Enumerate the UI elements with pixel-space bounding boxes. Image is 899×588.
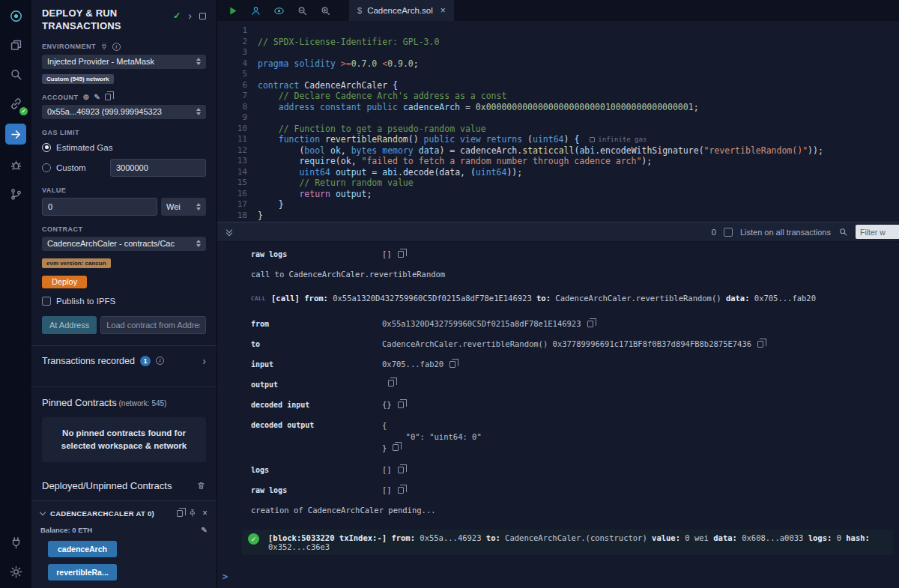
gas-estimate-annotation: infinite gas [590, 134, 647, 145]
contract-select[interactable]: CadenceArchCaler - contracts/Cac [42, 237, 206, 251]
success-check-icon[interactable]: ✓ [248, 533, 259, 545]
contract-instance-name: CADENCEARCHCALER AT 0) [50, 509, 172, 518]
close-contract-icon[interactable]: × [202, 509, 208, 518]
delete-all-contracts-icon[interactable] [196, 481, 206, 491]
code-text: uint64 output = abi.decode(data, (uint64… [258, 167, 522, 178]
publish-row: Publish to IPFS [42, 297, 206, 306]
deploy-run-panel: DEPLOY & RUN TRANSACTIONS ✓ › ENVIRONMEN… [31, 0, 217, 588]
copy-icon[interactable] [398, 467, 404, 473]
run-script-icon[interactable] [225, 4, 239, 17]
transactions-recorded-row[interactable]: Transactions recorded 1 i › [42, 346, 206, 375]
environment-info-icon[interactable]: i [112, 43, 121, 51]
code-line: 15 // Return random value [217, 178, 899, 189]
custom-gas-input[interactable] [110, 159, 206, 177]
copy-icon[interactable] [177, 510, 183, 517]
account-select[interactable]: 0x55a...46923 (999.999945323 [42, 105, 206, 119]
at-address-row: At Address [42, 316, 206, 334]
source-control-icon[interactable] [7, 185, 25, 203]
code-line: 12 (bool ok, bytes memory data) = cadenc… [217, 145, 899, 157]
terminal-search-icon[interactable] [838, 227, 848, 237]
line-number: 7 [217, 91, 247, 102]
pin-panel-icon[interactable] [199, 13, 206, 19]
contract-card-header[interactable]: CADENCEARCHCALER AT 0) × [40, 509, 208, 518]
debugger-icon[interactable] [7, 156, 25, 174]
terminal-prompt[interactable]: > [223, 572, 893, 582]
add-account-icon[interactable]: ⊕ [83, 94, 90, 101]
zoom-in-icon[interactable] [318, 4, 332, 17]
expand-transactions-icon[interactable]: › [202, 357, 206, 365]
preview-toggle-icon[interactable] [272, 4, 285, 17]
gas-icon [590, 137, 595, 142]
custom-gas-radio[interactable] [42, 163, 51, 172]
code-text: // Return random value [258, 178, 414, 189]
zoom-out-icon[interactable] [295, 4, 309, 17]
tab-cadencearch-sol[interactable]: $ CadenceArch.sol × [349, 0, 454, 21]
copy-icon[interactable] [587, 321, 593, 327]
terminal-field-label: from [251, 319, 382, 328]
line-number: 2 [217, 37, 247, 48]
deployed-contracts-heading: Deployed/Unpinned Contracts [42, 480, 206, 491]
pin-contract-icon[interactable] [188, 509, 197, 518]
deploy-and-run-icon[interactable] [5, 124, 26, 145]
network-badge: Custom (545) network [42, 74, 114, 84]
copy-account-icon[interactable] [105, 94, 111, 100]
file-explorer-icon[interactable] [7, 36, 25, 54]
terminal-field-value: 0x705...fab20 [382, 360, 455, 369]
code-line: 13 require(ok, "failed to fetch a random… [217, 156, 899, 167]
estimated-gas-option[interactable]: Estimated Gas [42, 143, 206, 152]
solidity-compiler-icon[interactable]: ✓ [7, 94, 25, 112]
function-button-cadencearch[interactable]: cadenceArch [48, 541, 117, 557]
environment-select[interactable]: Injected Provider - MetaMask [42, 55, 206, 69]
copy-icon[interactable] [398, 251, 404, 258]
no-pinned-contracts-message: No pinned contracts found for selected w… [42, 417, 206, 463]
copy-icon[interactable] [398, 401, 404, 408]
remix-logo-icon[interactable] [7, 7, 25, 25]
function-button-revertiblerandom[interactable]: revertibleRa... [48, 564, 117, 581]
copy-icon[interactable] [450, 361, 455, 368]
environment-ok-icon: ✓ [173, 10, 181, 21]
code-line: 10 // Function to get a pseudo-random va… [217, 124, 899, 135]
terminal[interactable]: raw logs[]call to CadenceArchCaler.rever… [217, 242, 899, 588]
activity-bar: ✓ [0, 0, 31, 588]
copy-icon[interactable] [388, 380, 394, 387]
collapse-terminal-icon[interactable] [223, 229, 235, 235]
estimated-gas-radio[interactable] [42, 143, 51, 152]
code-line: 14 uint64 output = abi.decode(data, (uin… [217, 167, 899, 178]
pinned-contracts-title: Pinned Contracts [42, 397, 117, 408]
at-address-button[interactable]: At Address [42, 316, 97, 334]
value-unit-select[interactable]: Wei [161, 198, 206, 216]
publish-to-ipfs-checkbox[interactable] [42, 297, 51, 306]
sign-message-icon[interactable]: ✎ [94, 94, 100, 101]
code-line: 4pragma solidity >=0.7.0 <0.9.0; [217, 58, 899, 70]
select-caret-icon [196, 58, 201, 65]
copy-icon[interactable] [393, 444, 399, 451]
terminal-field-value: CadenceArchCaler.revertibleRandom() 0x37… [382, 339, 763, 348]
listen-all-transactions-checkbox[interactable] [724, 228, 733, 237]
plug-icon[interactable] [100, 43, 108, 50]
deploy-button[interactable]: Deploy [42, 276, 87, 288]
code-editor[interactable]: 12// SPDX-License-Identifier: GPL-3.034p… [217, 21, 899, 222]
line-number: 11 [217, 134, 247, 145]
copy-icon[interactable] [757, 341, 763, 348]
custom-gas-label: Custom [56, 163, 86, 172]
ai-assistant-icon[interactable] [249, 4, 262, 17]
terminal-kv-row: raw logs[] [251, 249, 893, 258]
line-number: 6 [217, 80, 247, 91]
forward-chevron-icon[interactable]: › [188, 12, 192, 19]
transactions-info-icon[interactable]: i [156, 357, 164, 365]
terminal-filter-input[interactable] [856, 225, 899, 239]
settings-gear-icon[interactable] [7, 563, 25, 581]
code-text: } [258, 210, 263, 222]
code-text: address constant public cadenceArch = 0x… [258, 102, 699, 113]
copy-icon[interactable] [398, 487, 404, 494]
search-icon[interactable] [7, 65, 25, 83]
plugin-manager-icon[interactable] [7, 533, 25, 551]
edit-balance-icon[interactable]: ✎ [202, 526, 208, 534]
close-tab-icon[interactable]: × [441, 6, 446, 15]
value-input[interactable] [42, 198, 157, 216]
terminal-kv-row: raw logs[] [251, 485, 893, 494]
line-number: 17 [217, 199, 247, 210]
at-address-input[interactable] [100, 316, 206, 334]
terminal-bar-controls: 0 Listen on all transactions [712, 225, 899, 239]
terminal-kv-row: decoded input{} [251, 400, 893, 409]
